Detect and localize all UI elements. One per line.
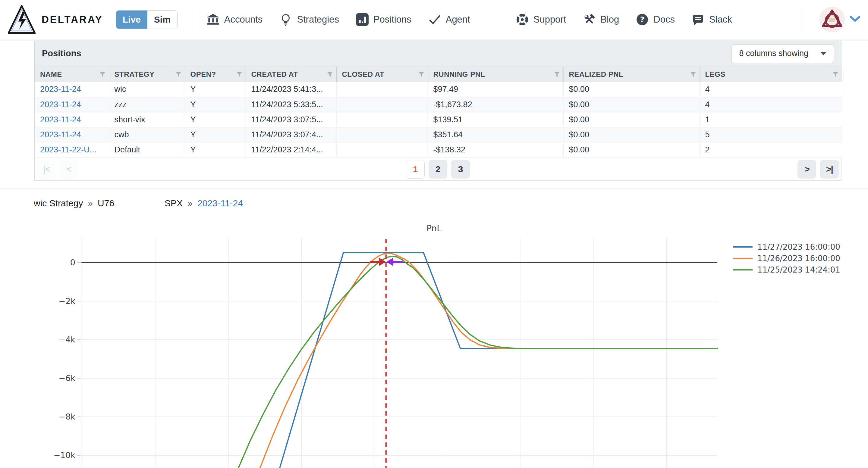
nav-item-label: Accounts [224, 14, 263, 25]
nav-item-accounts[interactable]: Accounts [207, 13, 263, 26]
cell-realized-pnl: $0.00 [563, 97, 700, 112]
nav-item-label: Strategies [297, 14, 339, 25]
cell-strategy: Default [109, 142, 185, 157]
legend-label: 11/26/2023 16:00:00 [757, 254, 840, 263]
live-toggle[interactable]: Live [116, 10, 147, 29]
y-tick-label: −4k [59, 335, 76, 344]
legend-item[interactable]: 11/25/2023 14:24:01 [733, 265, 840, 274]
nav-item-support[interactable]: Support [516, 13, 566, 26]
cell-strategy: wic [109, 82, 185, 97]
avatar[interactable] [819, 7, 845, 33]
table-row: 2023-11-24 zzz Y 11/24/2023 5:33:5... -$… [35, 97, 842, 112]
column-header: NAME [40, 70, 62, 78]
breadcrumb-symbol: SPX [164, 198, 183, 208]
bar-chart-icon [356, 13, 369, 26]
nav-item-strategies[interactable]: Strategies [279, 13, 339, 26]
nav-item-label: Positions [373, 14, 411, 25]
cell-running-pnl: -$138.32 [428, 142, 563, 157]
filter-icon[interactable] [418, 71, 425, 78]
legend-label: 11/25/2023 14:24:01 [757, 265, 840, 274]
columns-dropdown[interactable]: 8 columns showing [732, 44, 834, 63]
cell-legs: 2 [700, 142, 842, 157]
filter-icon[interactable] [832, 71, 839, 78]
page-button-2[interactable]: 2 [429, 160, 447, 178]
nav-item-positions[interactable]: Positions [356, 13, 411, 26]
position-name-link[interactable]: 2023-11-22-U... [40, 145, 96, 154]
nav-item-label: Support [533, 14, 566, 25]
columns-dropdown-value: 8 columns showing [739, 49, 808, 58]
cell-legs: 4 [700, 82, 842, 97]
y-tick-label: 0 [70, 258, 75, 267]
nav-item-docs[interactable]: ? Docs [636, 13, 675, 26]
cell-created-at: 11/22/2023 2:14:4... [246, 142, 336, 157]
cell-open: Y [185, 82, 246, 97]
cell-open: Y [185, 112, 246, 127]
legend-item[interactable]: 11/26/2023 16:00:00 [733, 254, 840, 263]
column-header: STRATEGY [115, 70, 155, 78]
tools-icon [583, 13, 595, 26]
page-button-1[interactable]: 1 [406, 160, 425, 178]
prev-page-button[interactable]: < [59, 160, 78, 178]
cell-closed-at [336, 82, 428, 97]
nav-item-slack[interactable]: Slack [692, 13, 732, 26]
nav-item-agent[interactable]: Agent [428, 13, 470, 26]
nav-item-blog[interactable]: Blog [583, 13, 619, 26]
breadcrumb-separator: » [88, 198, 93, 208]
brand[interactable]: DELTARAY [8, 5, 103, 34]
filter-icon[interactable] [690, 71, 696, 78]
chevron-down-icon[interactable] [850, 16, 860, 24]
nav-item-label: Blog [600, 14, 619, 25]
cell-strategy: cwb [109, 127, 185, 142]
breadcrumb-account: U76 [98, 198, 116, 208]
question-circle-icon: ? [636, 13, 649, 26]
nav-item-label: Docs [653, 14, 675, 25]
bank-icon [207, 13, 219, 26]
breadcrumb-date-link[interactable]: 2023-11-24 [197, 198, 243, 208]
cell-realized-pnl: $0.00 [563, 82, 700, 97]
cell-open: Y [185, 127, 246, 142]
y-tick-label: −2k [59, 296, 76, 306]
cell-running-pnl: $351.64 [428, 127, 563, 142]
filter-icon[interactable] [99, 71, 106, 78]
legend-item[interactable]: 11/27/2023 16:00:00 [733, 242, 840, 252]
series-11/26/2023 16:00:00 [260, 253, 717, 468]
last-page-button[interactable]: >| [820, 160, 839, 178]
filter-icon[interactable] [327, 71, 333, 78]
position-name-link[interactable]: 2023-11-24 [40, 85, 81, 94]
pagination: |< < 1 2 3 > >| [35, 158, 841, 181]
section-divider [0, 189, 868, 189]
filter-icon[interactable] [554, 71, 560, 78]
first-page-button[interactable]: |< [37, 160, 56, 178]
nav-right-divider [802, 5, 802, 34]
filter-icon[interactable] [175, 71, 182, 78]
cell-legs: 5 [700, 127, 842, 142]
nav-divider [192, 5, 192, 34]
nav-items: Accounts Strategies [207, 13, 732, 26]
breadcrumb: wic Strategy » U76 SPX » 2023-11-24 [34, 198, 243, 208]
cell-strategy: short-vix [109, 112, 185, 127]
cell-closed-at [336, 127, 428, 142]
table-header-row: NAME STRATEGY OPEN? CREATED AT CLOSED AT… [35, 67, 842, 82]
position-name-link[interactable]: 2023-11-24 [40, 130, 81, 139]
sim-toggle[interactable]: Sim [147, 10, 177, 29]
cell-running-pnl: $139.51 [428, 112, 563, 127]
legend-label: 11/27/2023 16:00:00 [757, 242, 840, 252]
nav-item-label: Slack [709, 14, 732, 25]
column-header: RUNNING PNL [433, 70, 485, 78]
brand-name: DELTARAY [41, 14, 103, 25]
live-sim-toggle: Live Sim [116, 10, 178, 29]
position-name-link[interactable]: 2023-11-24 [40, 115, 81, 124]
column-header: CLOSED AT [342, 70, 384, 78]
breadcrumb-separator: » [187, 198, 193, 208]
chat-icon [692, 13, 704, 26]
page-button-3[interactable]: 3 [451, 160, 470, 178]
cell-realized-pnl: $0.00 [563, 112, 700, 127]
cell-created-at: 11/24/2023 3:07:5... [246, 112, 336, 127]
positions-panel-header: Positions 8 columns showing [35, 40, 841, 67]
svg-text:?: ? [640, 15, 645, 24]
life-ring-icon [516, 13, 529, 26]
filter-icon[interactable] [236, 71, 243, 78]
cell-running-pnl: $97.49 [428, 82, 563, 97]
next-page-button[interactable]: > [798, 160, 816, 178]
position-name-link[interactable]: 2023-11-24 [40, 100, 81, 109]
